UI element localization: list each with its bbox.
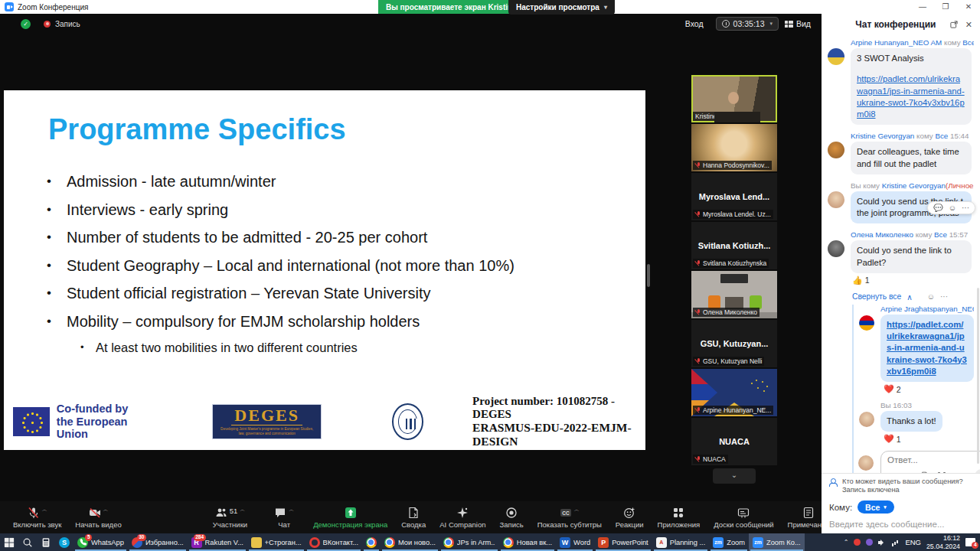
security-shield-icon[interactable]: ✓	[21, 19, 31, 29]
participant-tile[interactable]: Олена Миколенко	[691, 271, 777, 318]
recipient-selector[interactable]: Все▾	[858, 500, 894, 514]
minimize-button[interactable]: —	[911, 0, 934, 14]
pdf-icon: A	[656, 537, 667, 548]
close-chat-icon[interactable]: ✕	[965, 20, 972, 30]
taskbar-zoom[interactable]: zm Zoom	[709, 533, 749, 551]
taskbar-pdf[interactable]: A Planning ...	[652, 533, 710, 551]
screenshot-icon[interactable]	[937, 471, 946, 473]
join-button[interactable]: Вход	[679, 17, 710, 31]
participants-scroll-down-button[interactable]: ⌄	[713, 468, 756, 484]
view-settings-button[interactable]: Настройки просмотра ▾	[508, 0, 615, 15]
more-options-icon[interactable]: ···	[940, 292, 948, 301]
taskbar-word[interactable]: W Word	[556, 533, 594, 551]
clock-date[interactable]: 16:12 25.04.2024	[926, 534, 960, 549]
opera-icon	[309, 537, 320, 548]
taskbar-powerpoint[interactable]: P PowerPoint	[594, 533, 652, 551]
chat-link[interactable]: https://padlet.com/ulrikekrawagna1/jps-i…	[887, 319, 968, 377]
ai-sparkle-icon	[456, 507, 469, 519]
participant-tile[interactable]: Svitlana Kotiuzh... Svitlana Kotiuzhynsk…	[691, 222, 777, 269]
ai-companion-button[interactable]: AI Companion	[439, 507, 485, 529]
participant-tile[interactable]: NUACA NUACA	[691, 418, 777, 465]
more-options-icon[interactable]: ···	[962, 204, 969, 212]
meeting-timer[interactable]: 03:35:13 ▾	[716, 17, 779, 31]
participants-button[interactable]: 51︿ Участники	[213, 507, 247, 529]
summary-button[interactable]: Сводка	[401, 507, 426, 529]
taskbar-whatsapp[interactable]: 5 WhatsApp	[74, 533, 128, 551]
close-button[interactable]: ✕	[957, 0, 980, 14]
eu-cofunded-logo: Co-funded bythe European Union	[13, 403, 145, 441]
notifications-icon[interactable]: 4	[965, 538, 975, 546]
language-indicator[interactable]: ENG	[905, 538, 921, 546]
chat-header: Чат конференции ✕	[822, 14, 980, 35]
chat-message: Kristine Gevorgyan кому Все 15:44 Dear c…	[828, 132, 974, 174]
taskbar-rakuten[interactable]: R284 Rakuten V...	[188, 533, 247, 551]
mic-muted-icon	[695, 456, 701, 463]
stage-scrollbar[interactable]	[647, 264, 650, 287]
reply-icon[interactable]: 💬	[933, 204, 942, 212]
participant-tile[interactable]: Hanna Podosynnikov...	[691, 124, 777, 171]
windows-taskbar: S 5 WhatsApp 30 Избранно... R284 Rakuten…	[0, 533, 980, 551]
apps-button[interactable]: Приложения	[658, 507, 701, 529]
taskbar-chrome-profile-1[interactable]: Мои ново...	[381, 533, 439, 551]
restore-button[interactable]: ❐	[934, 0, 957, 14]
chevron-up-icon: ︿	[289, 506, 294, 514]
taskbar-zoom-meeting[interactable]: zm Zoom Ко...	[749, 533, 805, 551]
attach-file-icon[interactable]	[920, 471, 929, 473]
pop-out-icon[interactable]	[949, 20, 959, 29]
captions-button[interactable]: ︿ Показать субтитры	[537, 507, 602, 529]
taskbar-folder[interactable]: +Строган...	[247, 533, 305, 551]
taskbar-favorites[interactable]: 30 Избранно...	[128, 533, 188, 551]
viber-icon[interactable]	[866, 539, 873, 546]
participant-tile[interactable]: GSU, Kutuzyan... GSU, Kutuzyan Nelli	[691, 320, 777, 367]
thread-collapse-control[interactable]: Свернуть все∧ ☺···	[852, 292, 974, 302]
emoji-icon[interactable]: ☺	[904, 471, 913, 473]
tray-app-icon[interactable]	[854, 539, 861, 546]
unmute-button[interactable]: ︿ Включить звук	[13, 507, 61, 529]
chevron-down-icon: ▾	[884, 504, 887, 510]
share-screen-button[interactable]: Демонстрация экрана	[313, 507, 387, 529]
clock-icon	[722, 20, 730, 28]
start-button[interactable]	[0, 533, 18, 551]
university-seal-icon	[392, 403, 423, 440]
taskbar-vkontakte[interactable]: ВКонтакт...	[305, 533, 362, 551]
participant-tile[interactable]: Myroslava Lend... Myroslava Lendel. Uz..…	[691, 173, 777, 220]
view-layout-button[interactable]: Вид	[785, 19, 811, 28]
search-button[interactable]	[18, 533, 37, 551]
network-icon[interactable]	[892, 539, 900, 546]
reaction-badge[interactable]: 👍1	[852, 276, 974, 285]
start-video-button[interactable]: ︿ Начать видео	[75, 507, 121, 529]
tray-expand-icon[interactable]: ⌃	[844, 539, 849, 546]
chat-message-input[interactable]: Введите здесь сообщение...	[829, 520, 972, 533]
chat-link[interactable]: https://padlet.com/ulrikekrawagna1/jps-i…	[857, 73, 965, 120]
record-button[interactable]: Запись	[499, 507, 523, 529]
emoji-react-icon[interactable]: ☺	[949, 204, 956, 212]
chevron-down-icon: ▾	[604, 4, 607, 11]
avatar	[859, 412, 874, 427]
taskbar-chrome-profile-3[interactable]: Новая вк...	[499, 533, 556, 551]
zoom-app-icon	[5, 2, 14, 11]
volume-icon[interactable]	[878, 539, 887, 546]
taskbar-skype[interactable]: S	[55, 533, 74, 551]
reaction-badge[interactable]: ❤️2	[884, 384, 974, 394]
chat-message-list[interactable]: Arpine Hunanyan_NEO AM кому Все 15:27 3 …	[822, 35, 980, 473]
reactions-button[interactable]: Реакции	[616, 507, 644, 529]
chat-scrollbar[interactable]	[977, 288, 979, 464]
chat-button[interactable]: ︿ Чат	[274, 507, 294, 529]
participant-tile[interactable]: Arpine Hunanyan_NE...	[691, 369, 777, 416]
whatsapp-icon: 5	[77, 537, 88, 548]
emoji-react-icon[interactable]: ☺	[927, 292, 935, 301]
format-pen-icon[interactable]	[887, 471, 897, 473]
taskbar-chrome[interactable]	[362, 533, 381, 551]
taskbar-calculator[interactable]	[37, 533, 55, 551]
taskbar-chrome-profile-2[interactable]: JPs in Arm...	[439, 533, 499, 551]
avatar	[828, 240, 844, 257]
participant-tile-active-speaker[interactable]: Kristine Gevorgyan	[691, 75, 777, 122]
send-icon[interactable]	[975, 469, 980, 473]
recording-label: Запись	[55, 20, 80, 28]
avatar	[858, 455, 874, 471]
chrome-icon	[443, 537, 454, 548]
person-privacy-icon	[829, 478, 838, 487]
thread-reply-composer[interactable]: Ответ... ☺	[880, 451, 980, 473]
reaction-badge[interactable]: ❤️1	[884, 434, 974, 444]
whiteboards-button[interactable]: Доски сообщений	[714, 507, 773, 529]
